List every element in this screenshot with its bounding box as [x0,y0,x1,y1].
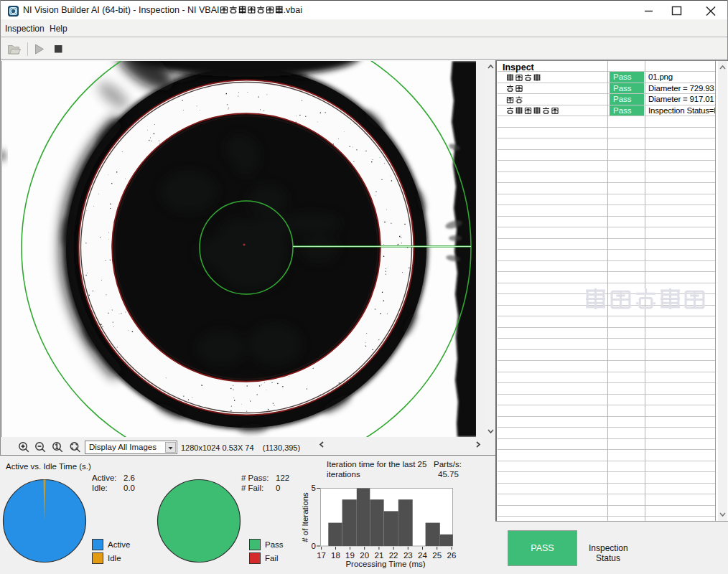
svg-text:# Fail:: # Fail: [241,484,263,492]
svg-text:Pass: Pass [265,540,284,549]
svg-text:# of Iterations: # of Iterations [301,492,309,542]
svg-text:0: 0 [312,542,316,550]
svg-text:23: 23 [403,551,413,560]
svg-text:0.0: 0.0 [123,484,135,492]
svg-text:122: 122 [276,474,289,482]
svg-text:Parts/s:: Parts/s: [434,460,462,469]
svg-text:20: 20 [360,551,369,560]
svg-text:Processing Time (ms): Processing Time (ms) [345,560,425,568]
svg-text:iterations: iterations [327,470,360,479]
svg-text:Active vs. Idle Time (s.): Active vs. Idle Time (s.) [6,462,91,471]
svg-text:Fail: Fail [265,554,279,563]
svg-text:21: 21 [375,551,384,560]
svg-text:# Pass:: # Pass: [241,474,269,482]
svg-text:25: 25 [432,551,442,560]
svg-text:5: 5 [312,484,316,492]
svg-text:45.75: 45.75 [438,470,459,479]
svg-text:Idle:: Idle: [92,484,108,492]
svg-text:Idle: Idle [108,554,121,563]
svg-text:2.6: 2.6 [123,474,135,482]
svg-text:24: 24 [418,551,427,560]
svg-text:19: 19 [345,551,355,560]
svg-text:0: 0 [276,484,280,492]
svg-text:22: 22 [389,551,398,560]
svg-text:26: 26 [447,551,457,560]
svg-text:Active: Active [108,540,130,549]
svg-text:Active:: Active: [92,474,117,482]
svg-text:18: 18 [331,551,340,560]
svg-text:17: 17 [317,551,326,560]
svg-text:Iteration time for the last 25: Iteration time for the last 25 [327,460,426,469]
